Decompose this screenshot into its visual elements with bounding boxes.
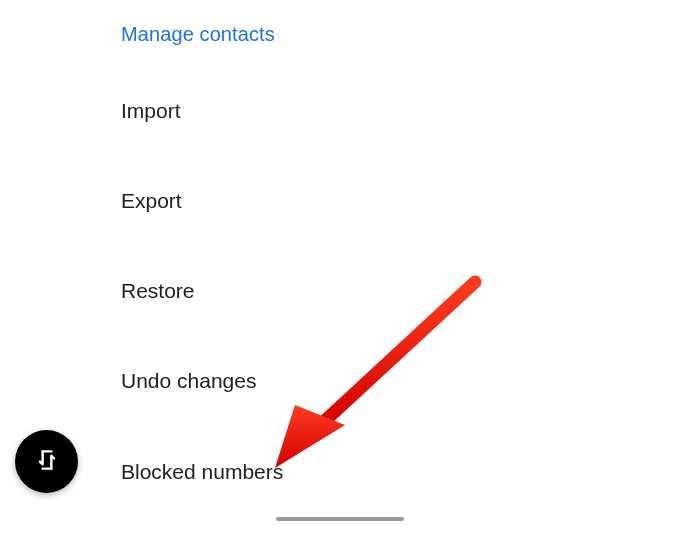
sync-icon (34, 447, 60, 477)
menu-item-restore[interactable]: Restore (121, 278, 195, 303)
fab-sync-button[interactable] (15, 430, 78, 493)
navigation-bar-handle[interactable] (276, 517, 404, 522)
menu-item-blocked-numbers[interactable]: Blocked numbers (121, 459, 283, 484)
menu-item-export[interactable]: Export (121, 188, 182, 213)
annotation-arrow (260, 270, 490, 480)
svg-marker-1 (275, 405, 345, 468)
svg-line-0 (315, 282, 475, 430)
section-header-manage-contacts: Manage contacts (121, 23, 275, 46)
menu-item-import[interactable]: Import (121, 98, 181, 123)
menu-item-undo-changes[interactable]: Undo changes (121, 368, 256, 393)
